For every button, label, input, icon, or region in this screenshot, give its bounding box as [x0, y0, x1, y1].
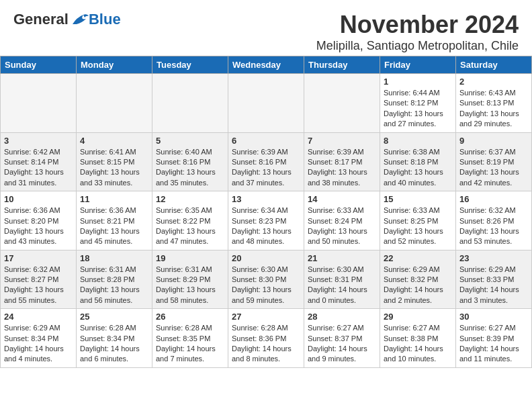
day-info: Sunrise: 6:39 AM Sunset: 8:17 PM Dayligh… [308, 147, 376, 189]
day-number: 10 [4, 194, 73, 204]
day-number: 6 [232, 136, 300, 146]
calendar-cell: 15Sunrise: 6:33 AM Sunset: 8:25 PM Dayli… [380, 191, 456, 250]
calendar-cell: 27Sunrise: 6:28 AM Sunset: 8:36 PM Dayli… [228, 309, 304, 368]
day-number: 19 [156, 253, 224, 263]
calendar-cell: 19Sunrise: 6:31 AM Sunset: 8:29 PM Dayli… [152, 250, 228, 309]
day-info: Sunrise: 6:30 AM Sunset: 8:31 PM Dayligh… [308, 265, 376, 306]
logo: General Blue [13, 11, 121, 28]
calendar-cell: 11Sunrise: 6:36 AM Sunset: 8:21 PM Dayli… [77, 191, 152, 250]
calendar-cell: 3Sunrise: 6:42 AM Sunset: 8:14 PM Daylig… [1, 132, 77, 191]
day-number: 4 [80, 136, 148, 146]
calendar-container: SundayMondayTuesdayWednesdayThursdayFrid… [0, 56, 532, 368]
day-number: 20 [232, 253, 300, 263]
day-info: Sunrise: 6:31 AM Sunset: 8:28 PM Dayligh… [80, 265, 148, 306]
day-info: Sunrise: 6:32 AM Sunset: 8:26 PM Dayligh… [459, 205, 528, 247]
day-number: 14 [308, 194, 376, 204]
day-info: Sunrise: 6:28 AM Sunset: 8:34 PM Dayligh… [80, 323, 148, 365]
calendar-cell: 20Sunrise: 6:30 AM Sunset: 8:30 PM Dayli… [228, 250, 304, 309]
day-info: Sunrise: 6:29 AM Sunset: 8:33 PM Dayligh… [459, 265, 528, 306]
day-info: Sunrise: 6:41 AM Sunset: 8:15 PM Dayligh… [80, 147, 148, 189]
calendar-cell: 8Sunrise: 6:38 AM Sunset: 8:18 PM Daylig… [380, 132, 456, 191]
calendar-cell [1, 74, 77, 133]
day-info: Sunrise: 6:27 AM Sunset: 8:39 PM Dayligh… [459, 323, 528, 365]
day-info: Sunrise: 6:27 AM Sunset: 8:38 PM Dayligh… [384, 323, 452, 365]
calendar-cell: 23Sunrise: 6:29 AM Sunset: 8:33 PM Dayli… [456, 250, 532, 309]
calendar-cell: 2Sunrise: 6:43 AM Sunset: 8:13 PM Daylig… [456, 74, 532, 133]
calendar-cell: 21Sunrise: 6:30 AM Sunset: 8:31 PM Dayli… [304, 250, 380, 309]
day-number: 2 [459, 77, 528, 87]
calendar-cell: 13Sunrise: 6:34 AM Sunset: 8:23 PM Dayli… [228, 191, 304, 250]
day-info: Sunrise: 6:28 AM Sunset: 8:35 PM Dayligh… [156, 323, 224, 365]
day-number: 5 [156, 136, 224, 146]
week-row-4: 24Sunrise: 6:29 AM Sunset: 8:34 PM Dayli… [1, 309, 532, 368]
week-row-1: 3Sunrise: 6:42 AM Sunset: 8:14 PM Daylig… [1, 132, 532, 191]
page-header: General Blue November 2024 Melipilla, Sa… [0, 0, 532, 56]
calendar-cell: 10Sunrise: 6:36 AM Sunset: 8:20 PM Dayli… [1, 191, 77, 250]
day-info: Sunrise: 6:40 AM Sunset: 8:16 PM Dayligh… [156, 147, 224, 189]
calendar-cell: 16Sunrise: 6:32 AM Sunset: 8:26 PM Dayli… [456, 191, 532, 250]
calendar-cell: 26Sunrise: 6:28 AM Sunset: 8:35 PM Dayli… [152, 309, 228, 368]
calendar-cell: 18Sunrise: 6:31 AM Sunset: 8:28 PM Dayli… [77, 250, 152, 309]
calendar-table: SundayMondayTuesdayWednesdayThursdayFrid… [0, 56, 532, 368]
weekday-header-wednesday: Wednesday [228, 56, 304, 74]
day-number: 7 [308, 136, 376, 146]
logo-bird-icon [70, 12, 89, 27]
day-info: Sunrise: 6:33 AM Sunset: 8:24 PM Dayligh… [308, 205, 376, 247]
weekday-header-sunday: Sunday [1, 56, 77, 74]
day-number: 3 [4, 136, 73, 146]
calendar-cell: 4Sunrise: 6:41 AM Sunset: 8:15 PM Daylig… [77, 132, 152, 191]
calendar-cell: 9Sunrise: 6:37 AM Sunset: 8:19 PM Daylig… [456, 132, 532, 191]
day-info: Sunrise: 6:43 AM Sunset: 8:13 PM Dayligh… [459, 88, 528, 130]
location-title: Melipilla, Santiago Metropolitan, Chile [316, 39, 519, 53]
calendar-cell: 29Sunrise: 6:27 AM Sunset: 8:38 PM Dayli… [380, 309, 456, 368]
day-info: Sunrise: 6:27 AM Sunset: 8:37 PM Dayligh… [308, 323, 376, 365]
day-info: Sunrise: 6:44 AM Sunset: 8:12 PM Dayligh… [384, 88, 452, 130]
day-number: 29 [384, 312, 452, 322]
day-number: 12 [156, 194, 224, 204]
calendar-cell: 24Sunrise: 6:29 AM Sunset: 8:34 PM Dayli… [1, 309, 77, 368]
day-info: Sunrise: 6:33 AM Sunset: 8:25 PM Dayligh… [384, 205, 452, 247]
logo-general: General [13, 11, 69, 28]
title-area: November 2024 Melipilla, Santiago Metrop… [316, 11, 519, 53]
weekday-header-row: SundayMondayTuesdayWednesdayThursdayFrid… [1, 56, 532, 74]
day-info: Sunrise: 6:29 AM Sunset: 8:32 PM Dayligh… [384, 265, 452, 306]
calendar-cell: 7Sunrise: 6:39 AM Sunset: 8:17 PM Daylig… [304, 132, 380, 191]
day-number: 30 [459, 312, 528, 322]
calendar-cell: 17Sunrise: 6:32 AM Sunset: 8:27 PM Dayli… [1, 250, 77, 309]
day-number: 15 [384, 194, 452, 204]
day-number: 8 [384, 136, 452, 146]
week-row-3: 17Sunrise: 6:32 AM Sunset: 8:27 PM Dayli… [1, 250, 532, 309]
day-number: 24 [4, 312, 73, 322]
day-info: Sunrise: 6:42 AM Sunset: 8:14 PM Dayligh… [4, 147, 73, 189]
calendar-cell: 30Sunrise: 6:27 AM Sunset: 8:39 PM Dayli… [456, 309, 532, 368]
week-row-0: 1Sunrise: 6:44 AM Sunset: 8:12 PM Daylig… [1, 74, 532, 133]
weekday-header-thursday: Thursday [304, 56, 380, 74]
weekday-header-tuesday: Tuesday [152, 56, 228, 74]
day-number: 18 [80, 253, 148, 263]
day-number: 23 [459, 253, 528, 263]
day-info: Sunrise: 6:30 AM Sunset: 8:30 PM Dayligh… [232, 265, 300, 306]
calendar-cell [152, 74, 228, 133]
logo-blue: Blue [89, 11, 121, 28]
calendar-cell: 28Sunrise: 6:27 AM Sunset: 8:37 PM Dayli… [304, 309, 380, 368]
day-info: Sunrise: 6:36 AM Sunset: 8:20 PM Dayligh… [4, 205, 73, 247]
day-number: 16 [459, 194, 528, 204]
day-info: Sunrise: 6:37 AM Sunset: 8:19 PM Dayligh… [459, 147, 528, 189]
day-info: Sunrise: 6:36 AM Sunset: 8:21 PM Dayligh… [80, 205, 148, 247]
calendar-cell: 25Sunrise: 6:28 AM Sunset: 8:34 PM Dayli… [77, 309, 152, 368]
day-info: Sunrise: 6:29 AM Sunset: 8:34 PM Dayligh… [4, 323, 73, 365]
day-number: 25 [80, 312, 148, 322]
day-number: 28 [308, 312, 376, 322]
day-info: Sunrise: 6:38 AM Sunset: 8:18 PM Dayligh… [384, 147, 452, 189]
day-info: Sunrise: 6:39 AM Sunset: 8:16 PM Dayligh… [232, 147, 300, 189]
day-number: 13 [232, 194, 300, 204]
calendar-cell: 6Sunrise: 6:39 AM Sunset: 8:16 PM Daylig… [228, 132, 304, 191]
day-info: Sunrise: 6:34 AM Sunset: 8:23 PM Dayligh… [232, 205, 300, 247]
day-number: 27 [232, 312, 300, 322]
calendar-cell [77, 74, 152, 133]
day-number: 22 [384, 253, 452, 263]
day-number: 9 [459, 136, 528, 146]
day-info: Sunrise: 6:32 AM Sunset: 8:27 PM Dayligh… [4, 265, 73, 306]
month-title: November 2024 [316, 11, 519, 39]
day-info: Sunrise: 6:35 AM Sunset: 8:22 PM Dayligh… [156, 205, 224, 247]
